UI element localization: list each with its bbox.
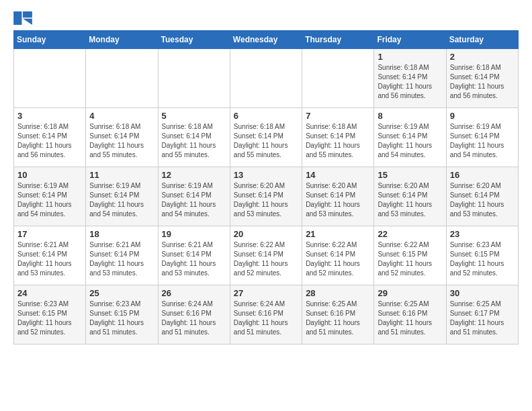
day-number: 17 (17, 229, 82, 239)
day-info: Sunrise: 6:23 AM Sunset: 6:15 PM Dayligh… (17, 300, 82, 337)
day-number: 6 (234, 111, 298, 121)
day-number: 26 (162, 288, 226, 298)
day-number: 5 (162, 111, 226, 121)
day-number: 8 (378, 111, 442, 121)
day-info: Sunrise: 6:25 AM Sunset: 6:16 PM Dayligh… (378, 300, 442, 337)
calendar-cell: 21Sunrise: 6:22 AM Sunset: 6:14 PM Dayli… (302, 226, 374, 285)
svg-marker-2 (23, 18, 32, 24)
day-info: Sunrise: 6:25 AM Sunset: 6:16 PM Dayligh… (306, 300, 370, 337)
calendar-cell: 29Sunrise: 6:25 AM Sunset: 6:16 PM Dayli… (374, 285, 446, 345)
day-number: 30 (450, 288, 515, 298)
calendar-cell: 4Sunrise: 6:18 AM Sunset: 6:14 PM Daylig… (86, 108, 158, 167)
col-header-saturday: Saturday (446, 31, 518, 49)
calendar-cell: 30Sunrise: 6:25 AM Sunset: 6:17 PM Dayli… (446, 285, 518, 345)
calendar-cell: 3Sunrise: 6:18 AM Sunset: 6:14 PM Daylig… (14, 108, 86, 167)
day-info: Sunrise: 6:18 AM Sunset: 6:14 PM Dayligh… (234, 122, 298, 160)
calendar-cell (14, 49, 86, 108)
calendar-cell: 15Sunrise: 6:20 AM Sunset: 6:14 PM Dayli… (374, 167, 446, 226)
day-info: Sunrise: 6:18 AM Sunset: 6:14 PM Dayligh… (378, 63, 442, 101)
day-info: Sunrise: 6:21 AM Sunset: 6:14 PM Dayligh… (89, 240, 154, 278)
week-row-2: 3Sunrise: 6:18 AM Sunset: 6:14 PM Daylig… (14, 108, 519, 167)
calendar-cell: 23Sunrise: 6:23 AM Sunset: 6:15 PM Dayli… (446, 226, 518, 285)
day-number: 7 (306, 111, 370, 121)
calendar-cell: 28Sunrise: 6:25 AM Sunset: 6:16 PM Dayli… (302, 285, 374, 345)
calendar-cell (86, 49, 158, 108)
calendar-cell: 16Sunrise: 6:20 AM Sunset: 6:14 PM Dayli… (446, 167, 518, 226)
day-info: Sunrise: 6:24 AM Sunset: 6:16 PM Dayligh… (234, 300, 298, 337)
day-info: Sunrise: 6:20 AM Sunset: 6:14 PM Dayligh… (234, 181, 298, 219)
day-info: Sunrise: 6:19 AM Sunset: 6:14 PM Dayligh… (378, 122, 442, 160)
header-row: SundayMondayTuesdayWednesdayThursdayFrid… (14, 31, 519, 49)
week-row-4: 17Sunrise: 6:21 AM Sunset: 6:14 PM Dayli… (14, 226, 519, 285)
day-number: 21 (306, 229, 370, 239)
day-number: 27 (234, 288, 298, 298)
day-info: Sunrise: 6:18 AM Sunset: 6:14 PM Dayligh… (306, 122, 370, 160)
day-info: Sunrise: 6:21 AM Sunset: 6:14 PM Dayligh… (162, 240, 226, 278)
day-number: 23 (450, 229, 515, 239)
week-row-5: 24Sunrise: 6:23 AM Sunset: 6:15 PM Dayli… (14, 285, 519, 345)
day-info: Sunrise: 6:18 AM Sunset: 6:14 PM Dayligh… (17, 122, 82, 160)
day-info: Sunrise: 6:18 AM Sunset: 6:14 PM Dayligh… (450, 63, 515, 101)
calendar-cell: 11Sunrise: 6:19 AM Sunset: 6:14 PM Dayli… (86, 167, 158, 226)
calendar-table: SundayMondayTuesdayWednesdayThursdayFrid… (13, 30, 519, 345)
logo-icon (13, 11, 32, 25)
day-number: 1 (378, 52, 442, 62)
logo (13, 11, 35, 25)
day-info: Sunrise: 6:18 AM Sunset: 6:14 PM Dayligh… (162, 122, 226, 160)
calendar-cell: 22Sunrise: 6:22 AM Sunset: 6:15 PM Dayli… (374, 226, 446, 285)
week-row-1: 1Sunrise: 6:18 AM Sunset: 6:14 PM Daylig… (14, 49, 519, 108)
day-info: Sunrise: 6:22 AM Sunset: 6:14 PM Dayligh… (234, 240, 298, 278)
calendar-cell (158, 49, 230, 108)
day-info: Sunrise: 6:20 AM Sunset: 6:14 PM Dayligh… (306, 181, 370, 219)
calendar-cell: 17Sunrise: 6:21 AM Sunset: 6:14 PM Dayli… (14, 226, 86, 285)
calendar-cell: 18Sunrise: 6:21 AM Sunset: 6:14 PM Dayli… (86, 226, 158, 285)
day-number: 15 (378, 170, 442, 180)
day-info: Sunrise: 6:18 AM Sunset: 6:14 PM Dayligh… (89, 122, 154, 160)
day-info: Sunrise: 6:19 AM Sunset: 6:14 PM Dayligh… (17, 181, 82, 219)
day-number: 28 (306, 288, 370, 298)
week-row-3: 10Sunrise: 6:19 AM Sunset: 6:14 PM Dayli… (14, 167, 519, 226)
day-number: 10 (17, 170, 82, 180)
calendar-cell: 27Sunrise: 6:24 AM Sunset: 6:16 PM Dayli… (230, 285, 302, 345)
calendar-cell: 7Sunrise: 6:18 AM Sunset: 6:14 PM Daylig… (302, 108, 374, 167)
calendar-cell: 19Sunrise: 6:21 AM Sunset: 6:14 PM Dayli… (158, 226, 230, 285)
calendar-cell (302, 49, 374, 108)
day-number: 13 (234, 170, 298, 180)
day-number: 4 (89, 111, 154, 121)
day-number: 11 (89, 170, 154, 180)
day-number: 16 (450, 170, 515, 180)
day-number: 22 (378, 229, 442, 239)
calendar-cell: 20Sunrise: 6:22 AM Sunset: 6:14 PM Dayli… (230, 226, 302, 285)
day-number: 25 (89, 288, 154, 298)
calendar-cell: 9Sunrise: 6:19 AM Sunset: 6:14 PM Daylig… (446, 108, 518, 167)
col-header-thursday: Thursday (302, 31, 374, 49)
day-info: Sunrise: 6:20 AM Sunset: 6:14 PM Dayligh… (378, 181, 442, 219)
col-header-tuesday: Tuesday (158, 31, 230, 49)
svg-rect-0 (13, 11, 21, 25)
day-info: Sunrise: 6:22 AM Sunset: 6:14 PM Dayligh… (306, 240, 370, 278)
day-number: 9 (450, 111, 515, 121)
day-number: 3 (17, 111, 82, 121)
col-header-sunday: Sunday (14, 31, 86, 49)
day-info: Sunrise: 6:20 AM Sunset: 6:14 PM Dayligh… (450, 181, 515, 219)
calendar-cell: 24Sunrise: 6:23 AM Sunset: 6:15 PM Dayli… (14, 285, 86, 345)
day-number: 14 (306, 170, 370, 180)
day-info: Sunrise: 6:24 AM Sunset: 6:16 PM Dayligh… (162, 300, 226, 337)
calendar-cell: 6Sunrise: 6:18 AM Sunset: 6:14 PM Daylig… (230, 108, 302, 167)
col-header-friday: Friday (374, 31, 446, 49)
day-info: Sunrise: 6:19 AM Sunset: 6:14 PM Dayligh… (89, 181, 154, 219)
day-number: 20 (234, 229, 298, 239)
calendar-cell: 5Sunrise: 6:18 AM Sunset: 6:14 PM Daylig… (158, 108, 230, 167)
calendar-cell (230, 49, 302, 108)
calendar-cell: 25Sunrise: 6:23 AM Sunset: 6:15 PM Dayli… (86, 285, 158, 345)
calendar-cell: 2Sunrise: 6:18 AM Sunset: 6:14 PM Daylig… (446, 49, 518, 108)
svg-rect-1 (23, 11, 32, 17)
day-info: Sunrise: 6:22 AM Sunset: 6:15 PM Dayligh… (378, 240, 442, 278)
calendar-cell: 1Sunrise: 6:18 AM Sunset: 6:14 PM Daylig… (374, 49, 446, 108)
day-info: Sunrise: 6:23 AM Sunset: 6:15 PM Dayligh… (89, 300, 154, 337)
day-info: Sunrise: 6:19 AM Sunset: 6:14 PM Dayligh… (162, 181, 226, 219)
header (13, 11, 519, 25)
col-header-wednesday: Wednesday (230, 31, 302, 49)
day-number: 2 (450, 52, 515, 62)
calendar-cell: 8Sunrise: 6:19 AM Sunset: 6:14 PM Daylig… (374, 108, 446, 167)
